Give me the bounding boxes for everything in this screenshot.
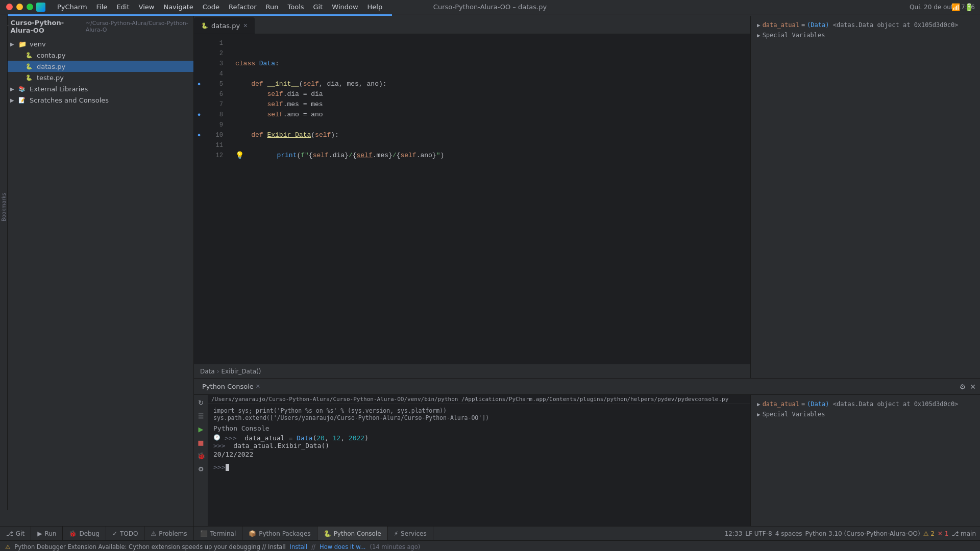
console-spacer xyxy=(213,459,745,463)
close-console-icon[interactable]: ✕ xyxy=(970,383,976,391)
code-line-10: def Exibir_Data(self): xyxy=(235,130,750,140)
console-import-text: import sys; print('Python %s on %s' % (s… xyxy=(213,407,447,414)
tab-terminal[interactable]: ⬛ Terminal xyxy=(194,527,243,541)
main-layout: ▼ Curso-Python-Alura-OO ~/Curso-Python-A… xyxy=(0,16,980,551)
right-panel: ▶ data_atual = (Data) <datas.Data object… xyxy=(750,16,980,378)
code-line-3: class Data: xyxy=(235,59,750,69)
gutter-markers: ● ● ● xyxy=(194,34,204,364)
tree-label-datas: datas.py xyxy=(37,63,65,70)
var-item-special[interactable]: ▶ Special Variables xyxy=(755,30,976,40)
window-title: Curso-Python-Alura-OO – datas.py xyxy=(433,3,547,11)
console-tab-close-btn[interactable]: ✕ xyxy=(256,383,260,390)
tab-datas-py[interactable]: 🐍 datas.py ✕ xyxy=(194,17,255,34)
close-button[interactable] xyxy=(6,4,13,10)
marker-4 xyxy=(194,69,204,79)
problems-icon: ⚠ xyxy=(151,530,156,537)
tab-services[interactable]: ⚡ Services xyxy=(388,527,433,541)
menu-code[interactable]: Code xyxy=(198,0,224,14)
menu-navigate[interactable]: Navigate xyxy=(159,0,198,14)
run-icon: ▶ xyxy=(37,530,42,537)
tab-todo[interactable]: ✓ TODO xyxy=(106,527,145,541)
console-var-special[interactable]: ▶ Special Variables xyxy=(755,409,976,419)
menu-window[interactable]: Window xyxy=(327,0,362,14)
status-python: Python 3.10 (Curso-Python-Alura-OO) xyxy=(805,530,920,537)
console-cursor-line: >>> xyxy=(213,463,745,471)
editor-area: 🐍 datas.py ✕ xyxy=(194,16,750,378)
code-line-8: self.ano = ano xyxy=(235,110,750,120)
tab-python-packages[interactable]: 📦 Python Packages xyxy=(242,527,317,541)
tree-item-teste[interactable]: 🐍 teste.py xyxy=(0,72,193,83)
console-settings-icon2[interactable]: ⚙ xyxy=(195,463,207,474)
menu-help[interactable]: Help xyxy=(363,0,387,14)
marker-10: ● xyxy=(194,130,204,140)
console-list-icon[interactable]: ☰ xyxy=(195,410,207,421)
tree-item-conta[interactable]: 🐍 conta.py xyxy=(0,49,193,61)
code-line-9 xyxy=(235,120,750,130)
console-clock-icon: 🕐 xyxy=(213,434,220,441)
project-path: ~/Curso-Python-Alura/Curso-Python-Alura-… xyxy=(86,20,189,33)
breakpoint-marker-8: ● xyxy=(198,112,201,118)
console-input-1: data_atual = Data(20, 12, 2022) xyxy=(244,434,369,442)
tab-close-datas[interactable]: ✕ xyxy=(243,22,248,29)
content-area: ▼ Curso-Python-Alura-OO ~/Curso-Python-A… xyxy=(0,16,980,526)
menu-tools[interactable]: Tools xyxy=(283,0,309,14)
menu-run[interactable]: Run xyxy=(261,0,283,14)
tab-debug[interactable]: 🐞 Debug xyxy=(63,527,106,541)
console-output[interactable]: import sys; print('Python %s on %s' % (s… xyxy=(208,404,750,526)
tree-item-ext-libs[interactable]: ▶ 📚 External Libraries xyxy=(0,83,193,94)
file-tree: ▶ 📁 venv 🐍 conta.py 🐍 datas.py xyxy=(0,37,193,526)
bottom-tabs: ⎇ Git ▶ Run 🐞 Debug ✓ TODO ⚠ Problems ⬛ … xyxy=(0,527,433,540)
infobar-separator: // xyxy=(311,543,315,550)
settings-gear-icon[interactable]: ⚙ xyxy=(960,383,966,391)
tree-item-datas[interactable]: 🐍 datas.py xyxy=(0,61,193,72)
services-icon: ⚡ xyxy=(394,530,398,537)
console-stop-icon[interactable]: ■ xyxy=(195,437,207,448)
maximize-button[interactable] xyxy=(27,4,33,10)
tab-problems[interactable]: ⚠ Problems xyxy=(144,527,193,541)
status-indent: 4 spaces xyxy=(775,530,802,537)
todo-icon: ✓ xyxy=(112,530,117,537)
console-icon: 🐍 xyxy=(324,530,331,537)
console-section-label: Python Console xyxy=(213,424,270,432)
tab-run[interactable]: ▶ Run xyxy=(31,527,63,541)
traffic-lights xyxy=(6,4,33,10)
menu-file[interactable]: File xyxy=(92,0,112,14)
console-output-text: 20/12/2022 xyxy=(213,449,745,459)
marker-1 xyxy=(194,38,204,48)
console-debug-icon[interactable]: 🐞 xyxy=(195,450,207,461)
marker-12 xyxy=(194,151,204,161)
tree-item-venv[interactable]: ▶ 📁 venv xyxy=(0,38,193,49)
tab-git[interactable]: ⎇ Git xyxy=(0,527,31,541)
console-var-data-atual[interactable]: ▶ data_atual = (Data) <datas.Data object… xyxy=(755,399,976,409)
menu-edit[interactable]: Edit xyxy=(112,0,134,14)
tab-python-console[interactable]: 🐍 Python Console xyxy=(317,527,388,541)
code-line-4 xyxy=(235,69,750,79)
infobar-install-link[interactable]: Install xyxy=(290,543,308,550)
editor-section: 🐍 datas.py ✕ xyxy=(194,16,980,378)
packages-icon: 📦 xyxy=(249,530,256,537)
code-content[interactable]: class Data: def __init__(self, dia, mes,… xyxy=(227,34,750,364)
menu-pycharm[interactable]: PyCharm xyxy=(53,0,92,14)
statusbar-right: 12:33 LF UTF-8 4 spaces Python 3.10 (Cur… xyxy=(725,530,980,537)
tree-item-scratches[interactable]: ▶ 📝 Scratches and Consoles xyxy=(0,94,193,106)
bookmarks-label[interactable]: Bookmarks xyxy=(1,193,7,221)
infobar-how-link[interactable]: How does it w... xyxy=(320,543,365,550)
var-item-data-atual[interactable]: ▶ data_atual = (Data) <datas.Data object… xyxy=(755,20,976,30)
console-cursor-prompt: >>> xyxy=(213,463,225,471)
menu-refactor[interactable]: Refactor xyxy=(224,0,261,14)
console-content: ↻ ☰ ▶ ■ 🐞 ⚙ /Users/yanaraujo/Curso-Pytho… xyxy=(194,395,980,526)
tab-label-datas: datas.py xyxy=(211,22,240,30)
app-icon xyxy=(36,3,45,12)
console-run-icon[interactable]: ▶ xyxy=(195,423,207,435)
breadcrumb-method[interactable]: Exibir_Data() xyxy=(221,368,261,375)
console-settings: ⚙ ✕ xyxy=(960,383,976,391)
menu-view[interactable]: View xyxy=(134,0,159,14)
menu-git[interactable]: Git xyxy=(309,0,328,14)
system-icon-battery: 🔋 xyxy=(964,2,974,12)
breadcrumb-data[interactable]: Data xyxy=(200,368,215,375)
console-rerun-icon[interactable]: ↻ xyxy=(195,397,207,408)
code-line-7: self.mes = mes xyxy=(235,99,750,110)
minimize-button[interactable] xyxy=(16,4,23,10)
marker-7 xyxy=(194,99,204,110)
code-editor[interactable]: ● ● ● xyxy=(194,34,750,364)
